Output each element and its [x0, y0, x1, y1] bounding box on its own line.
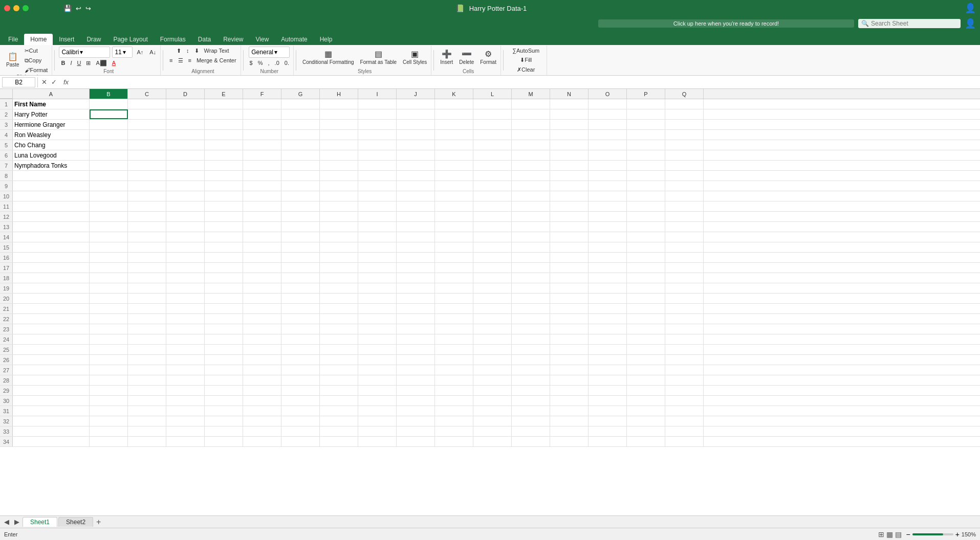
cell-O1[interactable]	[589, 99, 627, 109]
cell-D13[interactable]	[166, 222, 205, 232]
cell-O6[interactable]	[589, 150, 627, 160]
cell-B2[interactable]	[90, 109, 128, 119]
cell-F1[interactable]	[243, 99, 281, 109]
cell-C23[interactable]	[128, 324, 166, 334]
col-header-Q[interactable]: Q	[665, 89, 704, 99]
cell-I30[interactable]	[358, 396, 397, 406]
col-header-H[interactable]: H	[320, 89, 358, 99]
cell-M5[interactable]	[512, 140, 550, 150]
cell-N10[interactable]	[550, 191, 589, 201]
cell-P13[interactable]	[627, 222, 665, 232]
cell-B29[interactable]	[90, 386, 128, 395]
cell-D26[interactable]	[166, 355, 205, 365]
bold-button[interactable]: B	[59, 59, 67, 67]
cell-D25[interactable]	[166, 345, 205, 354]
cell-G22[interactable]	[281, 314, 320, 324]
cell-M22[interactable]	[512, 314, 550, 324]
cell-P11[interactable]	[627, 201, 665, 211]
cell-M4[interactable]	[512, 130, 550, 140]
save-btn[interactable]: 💾	[62, 4, 73, 13]
col-header-A[interactable]: A	[13, 89, 90, 99]
cell-I21[interactable]	[358, 304, 397, 313]
cell-Q24[interactable]	[665, 334, 704, 344]
cell-K19[interactable]	[435, 283, 473, 293]
cell-N22[interactable]	[550, 314, 589, 324]
wrap-text-btn[interactable]: Wrap Text	[202, 47, 231, 55]
cell-K9[interactable]	[435, 181, 473, 191]
cell-I28[interactable]	[358, 375, 397, 385]
cell-P28[interactable]	[627, 375, 665, 385]
cell-O18[interactable]	[589, 273, 627, 283]
cell-A7[interactable]: Nymphadora Tonks	[13, 161, 90, 170]
cell-A16[interactable]	[13, 253, 90, 262]
cell-I26[interactable]	[358, 355, 397, 365]
cell-B3[interactable]	[90, 120, 128, 129]
cell-G20[interactable]	[281, 294, 320, 303]
cell-P12[interactable]	[627, 212, 665, 221]
cell-E12[interactable]	[205, 212, 243, 221]
cell-Q25[interactable]	[665, 345, 704, 354]
cell-Q33[interactable]	[665, 426, 704, 436]
cell-N20[interactable]	[550, 294, 589, 303]
cell-D32[interactable]	[166, 416, 205, 426]
cell-O14[interactable]	[589, 232, 627, 242]
cell-J24[interactable]	[397, 334, 435, 344]
cell-I6[interactable]	[358, 150, 397, 160]
cell-D2[interactable]	[166, 109, 205, 119]
cell-E22[interactable]	[205, 314, 243, 324]
cell-A6[interactable]: Luna Lovegood	[13, 150, 90, 160]
cell-J29[interactable]	[397, 386, 435, 395]
row-number-5[interactable]: 5	[0, 140, 13, 150]
cell-P5[interactable]	[627, 140, 665, 150]
cell-M18[interactable]	[512, 273, 550, 283]
cell-G1[interactable]	[281, 99, 320, 109]
cell-C7[interactable]	[128, 161, 166, 170]
cell-Q4[interactable]	[665, 130, 704, 140]
cell-F4[interactable]	[243, 130, 281, 140]
conditional-formatting-btn[interactable]: ▦ Conditional Formatting	[300, 49, 356, 66]
cell-P7[interactable]	[627, 161, 665, 170]
cell-K4[interactable]	[435, 130, 473, 140]
cell-C33[interactable]	[128, 426, 166, 436]
cell-D7[interactable]	[166, 161, 205, 170]
cell-O20[interactable]	[589, 294, 627, 303]
cell-H34[interactable]	[320, 437, 358, 446]
cell-A26[interactable]	[13, 355, 90, 365]
cell-Q1[interactable]	[665, 99, 704, 109]
decrease-font-btn[interactable]: A↓	[147, 48, 158, 56]
delete-cell-btn[interactable]: ➖ Delete	[457, 49, 476, 66]
cell-Q20[interactable]	[665, 294, 704, 303]
cell-G33[interactable]	[281, 426, 320, 436]
cell-E3[interactable]	[205, 120, 243, 129]
row-number-30[interactable]: 30	[0, 396, 13, 406]
confirm-formula-btn[interactable]: ✓	[50, 78, 58, 86]
cell-N32[interactable]	[550, 416, 589, 426]
increase-font-btn[interactable]: A↑	[135, 48, 145, 56]
cell-K24[interactable]	[435, 334, 473, 344]
cell-C25[interactable]	[128, 345, 166, 354]
cell-M2[interactable]	[512, 109, 550, 119]
cell-H2[interactable]	[320, 109, 358, 119]
cell-A12[interactable]	[13, 212, 90, 221]
cell-F15[interactable]	[243, 242, 281, 252]
cell-N6[interactable]	[550, 150, 589, 160]
cell-I10[interactable]	[358, 191, 397, 201]
cell-A11[interactable]	[13, 201, 90, 211]
cell-J12[interactable]	[397, 212, 435, 221]
user-icon-right[interactable]: 👤	[965, 18, 976, 29]
cell-P15[interactable]	[627, 242, 665, 252]
autosum-btn[interactable]: ∑ AutoSum	[510, 47, 541, 55]
cell-C13[interactable]	[128, 222, 166, 232]
cell-M10[interactable]	[512, 191, 550, 201]
cell-N25[interactable]	[550, 345, 589, 354]
cell-C27[interactable]	[128, 365, 166, 375]
sheet-tab-sheet2[interactable]: Sheet2	[58, 517, 93, 527]
cell-I14[interactable]	[358, 232, 397, 242]
cell-F18[interactable]	[243, 273, 281, 283]
cell-N5[interactable]	[550, 140, 589, 150]
currency-btn[interactable]: $	[248, 59, 255, 67]
cell-J19[interactable]	[397, 283, 435, 293]
cell-A29[interactable]	[13, 386, 90, 395]
cell-D20[interactable]	[166, 294, 205, 303]
cell-P3[interactable]	[627, 120, 665, 129]
